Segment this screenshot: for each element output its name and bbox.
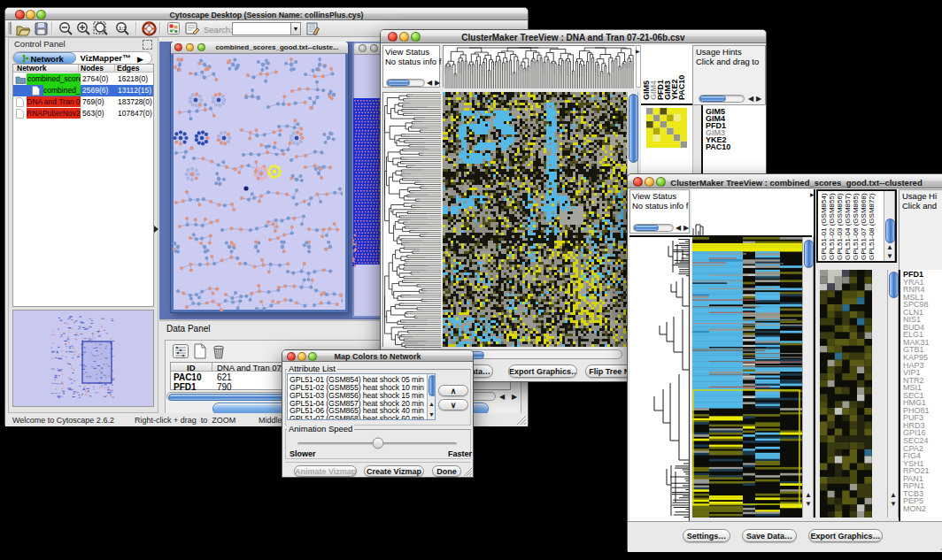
svg-text:1:1: 1:1 bbox=[119, 26, 127, 31]
